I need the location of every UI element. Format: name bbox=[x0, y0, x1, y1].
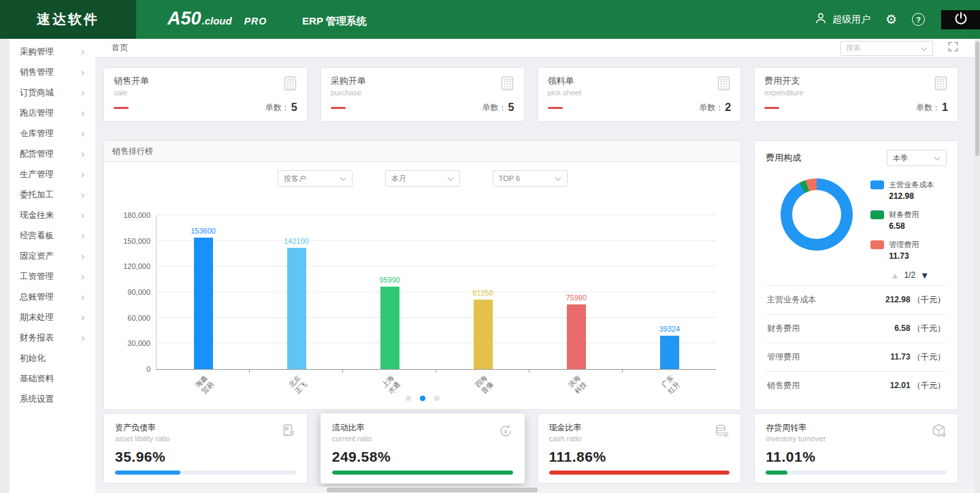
carousel-dot[interactable] bbox=[406, 396, 411, 401]
stat-card-pick-sheet[interactable]: 领料单 pick sheet 单数：2 bbox=[538, 67, 742, 122]
calculator-icon bbox=[499, 75, 516, 95]
stat-card-title: 销售开单 bbox=[114, 75, 297, 87]
expense-row-value: 212.98 （千元） bbox=[885, 294, 945, 306]
panel-title: 费用构成 bbox=[766, 152, 801, 164]
chevron-down-icon bbox=[340, 174, 346, 182]
ratio-card-asset-liability: 资产负债率 asset libility ratio 35.96% bbox=[103, 413, 308, 483]
fullscreen-icon[interactable] bbox=[948, 42, 958, 54]
y-axis-tick-label: 0 bbox=[146, 365, 150, 373]
sidebar-item[interactable]: 配货管理› bbox=[0, 144, 95, 164]
ratio-card-title: 流动比率 bbox=[332, 422, 513, 434]
sidebar-item-label: 初始化 bbox=[20, 353, 46, 364]
sidebar-item[interactable]: 期末处理› bbox=[0, 307, 95, 328]
chevron-right-icon: › bbox=[81, 333, 84, 343]
expense-row: 财务费用6.58 （千元） bbox=[766, 314, 947, 343]
count-label: 单数： bbox=[265, 102, 290, 114]
carousel-dots bbox=[406, 396, 440, 401]
sidebar-item[interactable]: 系统设置 bbox=[0, 389, 95, 409]
sidebar-item[interactable]: 财务报表› bbox=[0, 328, 95, 348]
ratio-card-subtitle: cash ratio bbox=[549, 434, 730, 443]
vertical-scrollbar[interactable] bbox=[975, 39, 980, 493]
header-actions: 超级用户 ⚙ ? bbox=[814, 0, 980, 39]
horizontal-scrollbar[interactable] bbox=[95, 487, 975, 493]
y-axis-tick-label: 180,000 bbox=[123, 211, 150, 219]
filter-by-customer-select[interactable]: 按客户 bbox=[278, 170, 353, 187]
count-label: 单数： bbox=[483, 102, 507, 114]
stat-card-purchase[interactable]: 采购开单 purchase 单数：5 bbox=[321, 67, 525, 122]
sidebar-item[interactable]: 销售管理› bbox=[0, 62, 95, 82]
sidebar-item[interactable]: 现金往来› bbox=[0, 205, 95, 225]
pager-up-icon[interactable]: ▲ bbox=[891, 271, 900, 280]
sidebar-item-label: 销售管理 bbox=[20, 67, 54, 78]
app-header: 速达软件 A50 .cloud PRO ERP 管理系统 超级用户 ⚙ ? bbox=[0, 0, 980, 39]
breadcrumb-home[interactable]: 首页 bbox=[112, 42, 128, 54]
sidebar-item[interactable]: 固定资产› bbox=[0, 246, 95, 266]
filter-period-select[interactable]: 本月 bbox=[385, 170, 460, 187]
stat-card-title: 领料单 bbox=[548, 75, 732, 87]
user-menu[interactable]: 超级用户 bbox=[814, 12, 870, 27]
sidebar-item[interactable]: 委托加工› bbox=[0, 185, 95, 205]
sidebar-item[interactable]: 订货商城› bbox=[0, 82, 95, 103]
expense-row: 管理费用11.73 （千元） bbox=[766, 343, 947, 371]
chevron-down-icon bbox=[555, 174, 561, 182]
calculator-icon bbox=[282, 75, 299, 95]
donut-legend: 主营业务成本212.98财务费用6.58管理费用11.73 bbox=[870, 178, 934, 261]
search-select[interactable]: 搜索 bbox=[840, 41, 933, 56]
legend-swatch bbox=[870, 210, 884, 219]
count-value: 2 bbox=[725, 101, 731, 114]
sidebar-scrollbar[interactable] bbox=[0, 39, 10, 493]
sidebar-item-label: 现金往来 bbox=[20, 210, 54, 221]
username: 超级用户 bbox=[832, 14, 870, 26]
sidebar-item[interactable]: 仓库管理› bbox=[0, 123, 95, 144]
chart-bar bbox=[660, 336, 679, 369]
expense-row-label: 管理费用 bbox=[767, 351, 800, 363]
filter-top-select[interactable]: TOP 6 bbox=[493, 170, 568, 187]
power-icon bbox=[953, 10, 969, 29]
ratio-progress-bar bbox=[766, 471, 947, 475]
stat-card-sale[interactable]: 销售开单 sale 单数：5 bbox=[103, 67, 308, 122]
sidebar-item[interactable]: 工资管理› bbox=[0, 266, 95, 287]
chart-bar bbox=[194, 238, 213, 369]
chevron-right-icon: › bbox=[81, 170, 84, 179]
pager-down-icon[interactable]: ▼ bbox=[920, 271, 929, 280]
red-dash bbox=[331, 107, 346, 109]
chevron-right-icon: › bbox=[81, 108, 84, 118]
settings-gear-icon[interactable]: ⚙ bbox=[885, 13, 897, 26]
expense-row-value: 12.01 （千元） bbox=[890, 380, 945, 392]
bar-value-label: 39324 bbox=[659, 325, 680, 333]
red-dash bbox=[114, 107, 129, 109]
chevron-right-icon: › bbox=[81, 47, 84, 57]
stat-card-subtitle: sale bbox=[114, 89, 297, 97]
system-title: ERP 管理系统 bbox=[302, 15, 367, 28]
sidebar-item[interactable]: 基础资料 bbox=[0, 368, 95, 389]
chevron-right-icon: › bbox=[81, 210, 84, 220]
bar-value-label: 81258 bbox=[472, 289, 493, 297]
logout-power-button[interactable] bbox=[941, 10, 980, 29]
legend-item: 财务费用6.58 bbox=[870, 210, 934, 231]
x-axis-label: 上海 水通 bbox=[380, 374, 402, 396]
sidebar-item[interactable]: 生产管理› bbox=[0, 164, 95, 185]
sidebar-item-label: 系统设置 bbox=[20, 394, 54, 405]
sidebar-item[interactable]: 总账管理› bbox=[0, 287, 95, 307]
sidebar-item-label: 委托加工 bbox=[20, 189, 54, 201]
sidebar-item[interactable]: 采购管理› bbox=[0, 42, 95, 62]
carousel-dot[interactable] bbox=[434, 396, 440, 401]
legend-item: 管理费用11.73 bbox=[870, 240, 934, 261]
carousel-dot[interactable] bbox=[420, 396, 425, 401]
stat-card-expenditure[interactable]: 费用开支 expenditure 单数：1 bbox=[754, 67, 958, 122]
horizontal-scrollbar-thumb[interactable] bbox=[327, 488, 538, 492]
calculator-icon bbox=[932, 75, 949, 95]
help-icon[interactable]: ? bbox=[912, 13, 925, 26]
vertical-scrollbar-thumb[interactable] bbox=[975, 42, 979, 156]
ratio-progress-fill bbox=[549, 471, 730, 475]
chevron-right-icon: › bbox=[81, 190, 84, 200]
bar-value-label: 142100 bbox=[284, 237, 309, 245]
sidebar-item[interactable]: 跑店管理› bbox=[0, 103, 95, 123]
box-icon bbox=[930, 422, 948, 443]
product-edition: PRO bbox=[244, 16, 267, 27]
stat-card-title: 费用开支 bbox=[764, 75, 948, 87]
sidebar-item[interactable]: 经营看板› bbox=[0, 225, 95, 246]
sidebar-item[interactable]: 初始化 bbox=[0, 348, 95, 368]
expense-period-select[interactable]: 本季 bbox=[887, 150, 947, 166]
expense-row-value: 6.58 （千元） bbox=[894, 323, 945, 334]
